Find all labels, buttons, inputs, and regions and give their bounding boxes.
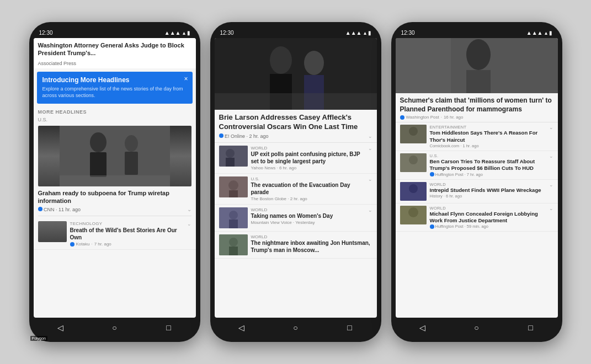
phone2-item-4[interactable]: WORLD The nightmare inbox awaiting Jon H… bbox=[215, 232, 377, 259]
phone2-item2-content: U.S. The evacuation of the Evacuation Da… bbox=[251, 176, 365, 201]
phone1-sub-section: U.S. bbox=[34, 116, 196, 124]
phone1-main-meta: CNN · 11 hr. ago ⌄ bbox=[38, 206, 191, 212]
phone3-thumb-1 bbox=[400, 125, 427, 143]
phone3-main-story[interactable]: Schumer's claim that 'millions of women … bbox=[396, 93, 558, 122]
phone2-hero-image bbox=[215, 38, 377, 110]
phone3-item2-content: U.S. Ben Carson Tries To Reassure Staff … bbox=[430, 153, 546, 177]
phone3-chevron-2[interactable]: ⌄ bbox=[549, 153, 553, 159]
phone3-content[interactable]: Schumer's claim that 'millions of women … bbox=[396, 38, 558, 318]
phone2-home-btn[interactable]: ○ bbox=[290, 322, 301, 333]
phone2-thumb-4 bbox=[219, 234, 248, 255]
phone3-item2-cat: U.S. bbox=[430, 153, 546, 158]
phone1-content[interactable]: Washington Attorney General Asks Judge t… bbox=[34, 38, 196, 318]
phone1-main-card[interactable]: Graham ready to subpoena for Trump wiret… bbox=[38, 126, 191, 217]
phone2-back-btn[interactable]: ◁ bbox=[236, 322, 247, 333]
phone3-recent-btn[interactable]: □ bbox=[525, 322, 536, 333]
phone3-item-3[interactable]: WORLD Intrepid Student Finds WWII Plane … bbox=[396, 180, 558, 204]
phone3-item-1[interactable]: ENTERTAINMENT Tom Hiddleston Says There'… bbox=[396, 122, 558, 151]
battery-icon2: ▮ bbox=[368, 30, 371, 36]
huffpo-dot2 bbox=[430, 224, 434, 229]
phone3-chevron-3[interactable]: ⌄ bbox=[549, 182, 553, 188]
svg-rect-20 bbox=[229, 220, 238, 228]
phone2-screen: Brie Larson Addresses Casey Affleck's Co… bbox=[215, 38, 377, 318]
phone2-thumb-1 bbox=[219, 146, 248, 167]
phone3-item-2[interactable]: U.S. Ben Carson Tries To Reassure Staff … bbox=[396, 151, 558, 180]
phone2-chevron-1[interactable]: ⌄ bbox=[368, 146, 372, 151]
phone1-top-headline[interactable]: Washington Attorney General Asks Judge t… bbox=[34, 38, 196, 61]
svg-point-19 bbox=[229, 211, 238, 220]
phone3-item2-title: Ben Carson Tries To Reassure Staff About… bbox=[430, 158, 546, 172]
phones-container: 12:30 ▲▲▲ ▴ ▮ Washington Attorney Genera… bbox=[18, 11, 573, 353]
phone2-item4-cat: WORLD bbox=[251, 234, 372, 239]
phone3-item-4[interactable]: WORLD Michael Flynn Concealed Foreign Lo… bbox=[396, 204, 558, 232]
phone3-item3-content: WORLD Intrepid Student Finds WWII Plane … bbox=[430, 182, 546, 199]
phone3-thumb-4 bbox=[400, 206, 427, 224]
phone2-item4-content: WORLD The nightmare inbox awaiting Jon H… bbox=[251, 234, 372, 254]
svg-point-31 bbox=[409, 156, 418, 164]
phone2-thumb-3 bbox=[219, 207, 248, 228]
phone1-small-title: Breath of the Wild's Best Stories Are Ou… bbox=[70, 227, 184, 241]
phone1-chevron[interactable]: ⌄ bbox=[187, 206, 191, 212]
phone3-chevron-1[interactable]: ⌄ bbox=[549, 125, 553, 130]
phone2-chevron-2[interactable]: ⌄ bbox=[368, 176, 372, 182]
phone-3: 12:30 ▲▲▲ ▴ ▮ S bbox=[391, 22, 562, 342]
phone1-banner-close[interactable]: × bbox=[184, 75, 188, 83]
svg-point-25 bbox=[466, 39, 491, 70]
phone1-recent-btn[interactable]: □ bbox=[163, 322, 174, 333]
phone2-nav-bar: ◁ ○ □ bbox=[215, 318, 377, 335]
phone3-item1-meta: Comicbook.com · 1 hr. ago bbox=[430, 143, 546, 148]
svg-point-13 bbox=[226, 149, 235, 158]
phone2-time: 12:30 bbox=[220, 30, 234, 36]
phone2-recent-btn[interactable]: □ bbox=[344, 322, 355, 333]
cnn-dot bbox=[38, 207, 42, 211]
phone3-thumb-3 bbox=[400, 182, 427, 201]
phone3-main-title: Schumer's claim that 'millions of women … bbox=[400, 97, 553, 114]
battery-icon: ▮ bbox=[187, 30, 190, 36]
svg-rect-5 bbox=[60, 175, 170, 186]
phone2-item1-content: WORLD UP exit polls paint confusing pict… bbox=[251, 146, 365, 170]
phone1-blue-banner[interactable]: × Introducing More Headlines Explore a c… bbox=[37, 72, 193, 104]
svg-point-29 bbox=[409, 127, 418, 136]
phone1-small-item-1[interactable]: Polygon TECHNOLOGY Breath of the Wild's … bbox=[34, 218, 196, 250]
phone3-home-btn[interactable]: ○ bbox=[471, 322, 482, 333]
phone3-main-meta: Washington Post · 16 hr. ago bbox=[400, 115, 553, 120]
svg-point-22 bbox=[229, 238, 238, 247]
svg-point-1 bbox=[90, 132, 107, 152]
phone1-status-bar: 12:30 ▲▲▲ ▴ ▮ bbox=[34, 29, 196, 38]
phone2-chevron-3[interactable]: ⌄ bbox=[368, 207, 372, 213]
phone3-back-btn[interactable]: ◁ bbox=[417, 322, 428, 333]
phone1-small-chevron[interactable]: ⌄ bbox=[187, 221, 191, 227]
phone1-main-image bbox=[38, 126, 191, 186]
phone2-thumb-2 bbox=[219, 176, 248, 197]
phone2-main-chevron[interactable]: ⌄ bbox=[368, 133, 372, 139]
svg-rect-11 bbox=[215, 93, 377, 110]
phone1-icons: ▲▲▲ ▴ ▮ bbox=[164, 30, 190, 36]
phone1-back-btn[interactable]: ◁ bbox=[55, 322, 66, 333]
phone3-item4-content: WORLD Michael Flynn Concealed Foreign Lo… bbox=[430, 206, 546, 229]
phone3-hero-image bbox=[396, 38, 558, 93]
phone1-time: 12:30 bbox=[39, 30, 53, 36]
phone2-content[interactable]: Brie Larson Addresses Casey Affleck's Co… bbox=[215, 38, 377, 318]
svg-point-9 bbox=[304, 51, 324, 75]
battery-icon3: ▮ bbox=[549, 30, 552, 36]
phone2-item-2[interactable]: U.S. The evacuation of the Evacuation Da… bbox=[215, 174, 377, 205]
phone3-thumb-2 bbox=[400, 153, 427, 172]
phone3-chevron-4[interactable]: ⌄ bbox=[549, 206, 553, 211]
phone2-item-3[interactable]: WORLD Taking names on Women's Day Mounta… bbox=[215, 205, 377, 232]
wifi-icon3: ▴ bbox=[545, 30, 547, 36]
phone3-item4-meta: Huffington Post · 59 min. ago bbox=[430, 224, 546, 229]
svg-rect-27 bbox=[396, 38, 451, 93]
phone2-item2-title: The evacuation of the Evacuation Day par… bbox=[251, 181, 365, 196]
signal-icon3: ▲▲▲ bbox=[526, 30, 543, 36]
phone2-item-1[interactable]: WORLD UP exit polls paint confusing pict… bbox=[215, 143, 377, 174]
phone2-main-story[interactable]: Brie Larson Addresses Casey Affleck's Co… bbox=[215, 110, 377, 143]
phone3-nav-bar: ◁ ○ □ bbox=[396, 318, 558, 335]
signal-icon2: ▲▲▲ bbox=[345, 30, 362, 36]
phone3-item1-title: Tom Hiddleston Says There's A Reason For… bbox=[430, 130, 546, 143]
phone2-item3-cat: WORLD bbox=[251, 207, 365, 212]
phone3-item3-cat: WORLD bbox=[430, 182, 546, 187]
phone2-main-title: Brie Larson Addresses Casey Affleck's Co… bbox=[219, 113, 372, 132]
svg-point-33 bbox=[409, 184, 418, 193]
phone2-item2-cat: U.S. bbox=[251, 176, 365, 181]
phone1-home-btn[interactable]: ○ bbox=[109, 322, 120, 333]
